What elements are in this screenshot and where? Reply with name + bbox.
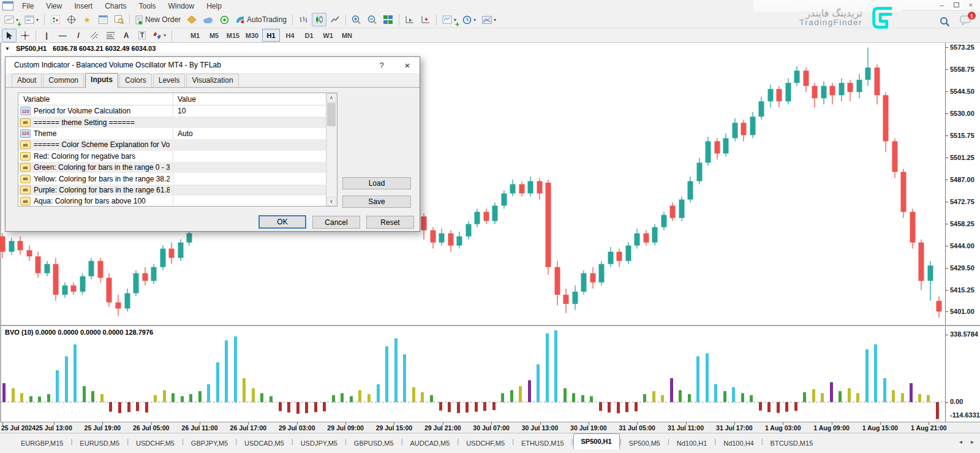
community-button[interactable] — [217, 13, 232, 26]
channel-button[interactable] — [87, 29, 102, 42]
dialog-tab-inputs[interactable]: Inputs — [85, 73, 118, 88]
autotrading-button[interactable]: AutoTrading — [233, 13, 289, 26]
timeframe-w1[interactable]: W1 — [319, 29, 337, 42]
vertical-line-button[interactable]: | — [39, 29, 54, 42]
profiles-button[interactable]: ▾ — [22, 13, 41, 26]
indicator-axis[interactable] — [945, 326, 980, 422]
dialog-tab-common[interactable]: Common — [43, 74, 84, 87]
menu-item-window[interactable]: Window — [162, 1, 201, 12]
dialog-help-button[interactable]: ? — [373, 57, 390, 73]
menu-item-tools[interactable]: Tools — [133, 1, 162, 12]
timeframe-m15[interactable]: M15 — [224, 29, 242, 42]
chart-tab-ethusd-m15[interactable]: ETHUSD,M15 — [514, 437, 571, 449]
zoom-in-button[interactable] — [349, 13, 364, 26]
candlestick-chart-button[interactable] — [312, 13, 326, 26]
param-row[interactable]: abYellow: Coloring for bars in the range… — [18, 173, 337, 184]
timeframe-d1[interactable]: D1 — [300, 29, 318, 42]
timeframe-h1[interactable]: H1 — [262, 29, 280, 42]
chart-tab-usdchf-m5[interactable]: USDCHF,M5 — [129, 437, 182, 449]
menu-item-view[interactable]: View — [40, 1, 68, 12]
cursor-button[interactable] — [2, 29, 17, 42]
chart-shift-button[interactable] — [418, 13, 433, 26]
metaeditor-button[interactable] — [184, 13, 199, 26]
chart-tab-eurusd-m5[interactable]: EURUSD,M5 — [72, 437, 127, 449]
templates-button[interactable]: ▾ — [480, 13, 499, 26]
reset-button[interactable]: Reset — [366, 216, 414, 229]
scroll-up-icon[interactable]: ∧ — [326, 93, 336, 102]
cloud-button[interactable] — [200, 13, 216, 26]
chart-tab-gbpjpy-m5[interactable]: GBPJPY,M5 — [184, 437, 235, 449]
param-row[interactable]: ab====== Color Scheme Explanation for Vo… — [18, 139, 337, 150]
timeframe-m30[interactable]: M30 — [243, 29, 261, 42]
auto-scroll-button[interactable] — [402, 13, 417, 26]
param-row[interactable]: abRed: Coloring for negative bars — [18, 151, 337, 162]
scroll-down-icon[interactable]: ∨ — [326, 197, 336, 206]
tabs-scroll-right-icon[interactable]: ▸ — [971, 438, 974, 445]
chart-tab-eurgbp-m15[interactable]: EURGBP,M15 — [13, 437, 71, 449]
menu-item-charts[interactable]: Charts — [99, 1, 132, 12]
param-row[interactable]: 123Period for Volume Calculation10 — [18, 105, 337, 116]
arrows-button[interactable]: ▾ — [151, 29, 168, 42]
param-row[interactable]: 123ThemeAuto — [18, 128, 337, 139]
param-row[interactable]: ab====== theme Setting ====== — [18, 116, 337, 128]
dialog-title-bar[interactable]: Custom Indicator - Balanced Volume Oscil… — [6, 57, 420, 73]
zoom-out-button[interactable] — [365, 13, 380, 26]
restore-button[interactable] — [954, 2, 959, 7]
periods-button[interactable]: ▾ — [460, 13, 478, 26]
dialog-close-button[interactable]: × — [399, 57, 416, 73]
save-button[interactable]: Save — [342, 196, 411, 208]
table-scrollbar[interactable]: ∧ ∨ — [326, 93, 337, 206]
minimize-button[interactable]: – — [940, 1, 943, 9]
fibonacci-button[interactable] — [103, 29, 118, 42]
menu-item-file[interactable]: File — [16, 1, 40, 12]
chat-button[interactable]: 1 — [960, 15, 971, 28]
dialog-tab-colors[interactable]: Colors — [119, 74, 152, 87]
param-value[interactable]: 10 — [178, 107, 186, 115]
dialog-tab-about[interactable]: About — [12, 74, 42, 87]
ok-button[interactable]: OK — [258, 215, 306, 229]
dialog-tab-visualization[interactable]: Visualization — [186, 74, 238, 87]
chart-tab-nd100-h4[interactable]: Nd100,H4 — [716, 437, 761, 449]
timeframe-h4[interactable]: H4 — [281, 29, 299, 42]
line-chart-button[interactable] — [328, 13, 342, 26]
search-icon[interactable] — [940, 17, 950, 27]
scrollbar-thumb[interactable] — [327, 103, 336, 126]
chart-tab-sp500-h1[interactable]: SP500,H1 — [573, 433, 620, 449]
label-button[interactable]: T — [135, 29, 149, 42]
cancel-button[interactable]: Cancel — [312, 216, 360, 229]
load-button[interactable]: Load — [342, 177, 411, 189]
dialog-tab-levels[interactable]: Levels — [153, 74, 186, 87]
tabs-scroll-left-icon[interactable]: ◂ — [959, 438, 962, 445]
chart-tab-audcad-m5[interactable]: AUDCAD,M5 — [403, 437, 458, 449]
tile-windows-button[interactable] — [381, 13, 396, 26]
time-axis[interactable] — [0, 422, 980, 433]
menu-item-insert[interactable]: Insert — [68, 1, 99, 12]
market-watch-button[interactable] — [48, 13, 62, 26]
trendline-button[interactable]: / — [71, 29, 86, 42]
timeframe-mn[interactable]: MN — [338, 29, 356, 42]
param-row[interactable]: abPurple: Coloring for bars in the range… — [18, 185, 337, 196]
price-axis[interactable] — [945, 43, 980, 325]
chart-tab-usdjpy-m5[interactable]: USDJPY,M5 — [293, 437, 345, 449]
timeframe-m5[interactable]: M5 — [205, 29, 223, 42]
chart-tab-nd100-h1[interactable]: Nd100,H1 — [669, 437, 715, 449]
menu-item-help[interactable]: Help — [200, 1, 228, 12]
navigator-button[interactable]: ★ — [80, 13, 94, 26]
crosshair-button[interactable] — [18, 29, 32, 42]
chart-tab-gbpusd-m5[interactable]: GBPUSD,M5 — [347, 437, 401, 449]
data-window-button[interactable] — [64, 13, 78, 26]
indicators-button[interactable]: + ▾ — [440, 13, 459, 26]
param-row[interactable]: abAqua: Coloring for bars above 100 — [18, 196, 337, 207]
chart-tab-usdcad-m5[interactable]: USDCAD,M5 — [237, 437, 292, 449]
chart-tab-btcusd-m15[interactable]: BTCUSD,M15 — [763, 437, 821, 449]
text-button[interactable]: A — [119, 29, 134, 42]
app-icon[interactable] — [2, 1, 13, 10]
new-order-button[interactable]: New Order — [133, 13, 183, 26]
horizontal-line-button[interactable]: — — [55, 29, 70, 42]
new-chart-button[interactable]: + ▾ — [2, 13, 21, 26]
bar-chart-button[interactable] — [296, 13, 311, 26]
param-value[interactable]: Auto — [178, 129, 193, 138]
chart-tab-sp500-m5[interactable]: SP500,M5 — [622, 437, 668, 449]
timeframe-m1[interactable]: M1 — [186, 29, 204, 42]
chart-tab-usdchf-m5[interactable]: USDCHF,M5 — [459, 437, 512, 449]
